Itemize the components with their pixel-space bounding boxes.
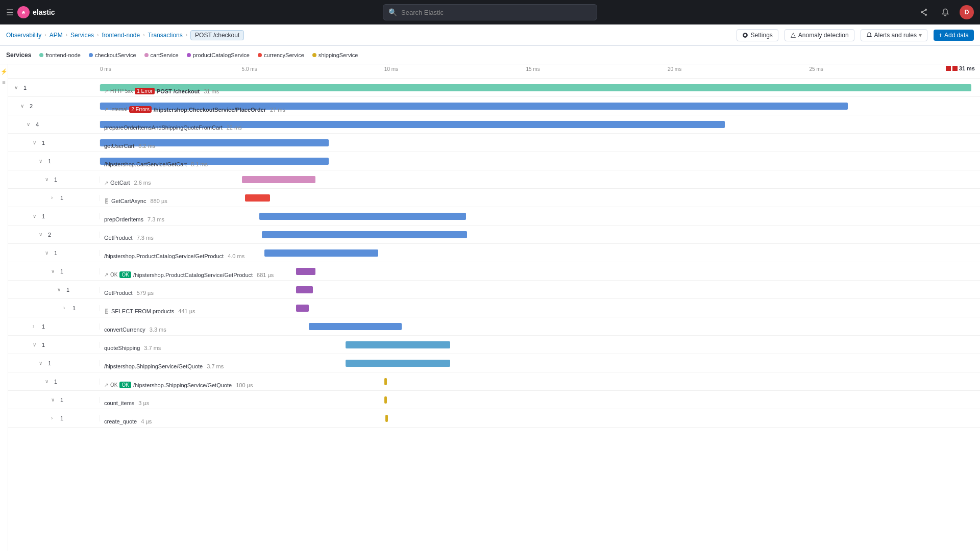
span-duration: 22 ms: [227, 124, 242, 131]
span-bar-r11: [296, 268, 315, 275]
breadcrumb-observability[interactable]: Observability: [6, 32, 41, 39]
top-navigation: ☰ e elastic 🔍 D: [0, 0, 980, 24]
share-icon[interactable]: [917, 5, 931, 19]
search-bar[interactable]: 🔍: [383, 4, 597, 20]
row-left-r9: ∨2: [8, 232, 100, 238]
row-label-r6: ↗GetCart2.6 ms: [104, 180, 151, 186]
expand-btn-r10[interactable]: ∨: [45, 250, 52, 256]
shipping-dot: [312, 53, 316, 57]
breadcrumb-arrow-1: ›: [44, 32, 46, 38]
expand-btn-r7[interactable]: ›: [51, 195, 58, 201]
trace-row: ∨1count_items3 µs: [8, 391, 980, 409]
error-badge-2: 2 Errors: [129, 106, 152, 113]
row-right-r7: 🗄GetCartAsync880 µs: [100, 189, 980, 207]
row-left-r16: ∨1: [8, 360, 100, 366]
elastic-text: elastic: [33, 8, 55, 16]
span-label: POST /checkout: [157, 88, 200, 94]
user-avatar[interactable]: D: [960, 5, 974, 19]
span-bar-r19: [385, 415, 388, 422]
row-right-r4: getUserCart8.2 ms: [100, 134, 980, 152]
row-label-r2: ↗Internal2 Errors/hipstershop.CheckoutSe…: [104, 106, 285, 113]
row-right-r13: 🗄SELECT FROM products441 µs: [100, 299, 980, 317]
breadcrumb-arrow-5: ›: [186, 32, 187, 38]
expand-btn-r5[interactable]: ∨: [39, 158, 46, 164]
row-count-r1: 1: [23, 85, 27, 91]
expand-btn-r12[interactable]: ∨: [57, 287, 64, 292]
breadcrumb-transactions[interactable]: Transactions: [148, 32, 183, 39]
span-duration: 3.3 ms: [150, 327, 166, 333]
span-duration: 441 µs: [178, 308, 195, 314]
expand-btn-r4[interactable]: ∨: [33, 140, 40, 145]
expand-btn-r2[interactable]: ∨: [20, 103, 28, 109]
search-input[interactable]: [401, 9, 592, 16]
expand-btn-r15[interactable]: ∨: [33, 342, 40, 347]
expand-btn-r19[interactable]: ›: [51, 415, 58, 421]
breadcrumb-arrow-2: ›: [66, 32, 67, 38]
expand-btn-r3[interactable]: ∨: [27, 121, 34, 127]
hamburger-menu[interactable]: ☰: [6, 8, 13, 17]
frontend-node-dot: [39, 53, 43, 57]
span-label: /hipstershop.ProductCatalogService/GetPr…: [133, 272, 253, 278]
row-right-r8: prepOrderItems7.3 ms: [100, 207, 980, 225]
list-icon[interactable]: ≡: [2, 79, 5, 85]
span-label: getUserCart: [104, 143, 134, 149]
trace-rows[interactable]: ∨1↗HTTP 5xx1 ErrorPOST /checkout31 ms∨2↗…: [8, 79, 980, 551]
trace-row: ∨1/hipstershop.CartService/GetCart8.1 ms: [8, 152, 980, 170]
notifications-icon[interactable]: [938, 5, 952, 19]
expand-btn-r13[interactable]: ›: [63, 305, 70, 311]
service-legend-shipping: shippingService: [312, 52, 358, 58]
expand-btn-r1[interactable]: ∨: [14, 85, 21, 90]
row-left-r17: ∨1: [8, 379, 100, 385]
breadcrumb-services[interactable]: Services: [70, 32, 94, 39]
row-count-r4: 1: [42, 140, 45, 146]
error-marker-1: [946, 66, 951, 71]
span-duration: 4.0 ms: [228, 253, 244, 259]
alerts-rules-button[interactable]: Alerts and rules ▾: [861, 29, 927, 41]
span-duration: 7.3 ms: [148, 216, 164, 222]
breadcrumb-frontend-node[interactable]: frontend-node: [102, 32, 140, 39]
breadcrumb-post-checkout[interactable]: POST /checkout: [190, 30, 244, 40]
expand-btn-r18[interactable]: ∨: [51, 397, 58, 403]
span-bar-r8: [259, 213, 466, 220]
expand-btn-r6[interactable]: ∨: [45, 177, 52, 182]
row-label-r13: 🗄SELECT FROM products441 µs: [104, 308, 195, 314]
expand-btn-r14[interactable]: ›: [33, 323, 40, 329]
span-bar-r17: [384, 378, 387, 385]
expand-btn-r17[interactable]: ∨: [45, 379, 52, 384]
ruler-mark-0: 0 ms: [100, 66, 111, 72]
span-bar-r18: [384, 396, 387, 404]
expand-btn-r16[interactable]: ∨: [39, 360, 46, 366]
settings-button[interactable]: Settings: [737, 29, 778, 41]
row-left-r1: ∨1: [8, 85, 100, 91]
span-label: /hipstershop.ShippingService/GetQuote: [104, 363, 203, 369]
ok-badge: OK: [119, 382, 131, 388]
row-label-r8: prepOrderItems7.3 ms: [104, 216, 164, 222]
anomaly-detection-button[interactable]: Anomaly detection: [785, 29, 854, 41]
filter-icon[interactable]: ⚡: [1, 68, 8, 75]
row-left-r10: ∨1: [8, 250, 100, 256]
db-icon: 🗄: [104, 309, 109, 314]
row-count-r16: 1: [48, 360, 51, 366]
row-label-r7: 🗄GetCartAsync880 µs: [104, 198, 167, 204]
expand-btn-r8[interactable]: ∨: [33, 213, 40, 219]
span-duration: 27 ms: [270, 107, 285, 113]
trace-row: ›1🗄SELECT FROM products441 µs: [8, 299, 980, 317]
span-type: OK: [110, 382, 117, 388]
add-data-button[interactable]: + Add data: [934, 30, 974, 41]
row-label-r4: getUserCart8.2 ms: [104, 143, 155, 149]
breadcrumb-apm[interactable]: APM: [50, 32, 63, 39]
row-label-r16: /hipstershop.ShippingService/GetQuote3.7…: [104, 363, 224, 369]
row-count-r10: 1: [54, 250, 57, 256]
expand-btn-r11[interactable]: ∨: [51, 268, 58, 274]
ruler-mark-10: 10 ms: [384, 66, 398, 72]
nav-right-icons: D: [917, 5, 974, 19]
row-right-r2: ↗Internal2 Errors/hipstershop.CheckoutSe…: [100, 97, 980, 115]
timeline-container: ⚡ ≡ 0 ms 5.0 ms 10 ms 15 ms 20 ms 25 ms …: [0, 64, 980, 551]
span-label: GetProduct: [104, 235, 133, 241]
row-left-r13: ›1: [8, 305, 100, 311]
ruler-mark-20: 20 ms: [668, 66, 681, 72]
row-left-r14: ›1: [8, 323, 100, 330]
span-arrow-icon: ↗: [104, 272, 108, 278]
row-left-r5: ∨1: [8, 158, 100, 164]
expand-btn-r9[interactable]: ∨: [39, 232, 46, 237]
